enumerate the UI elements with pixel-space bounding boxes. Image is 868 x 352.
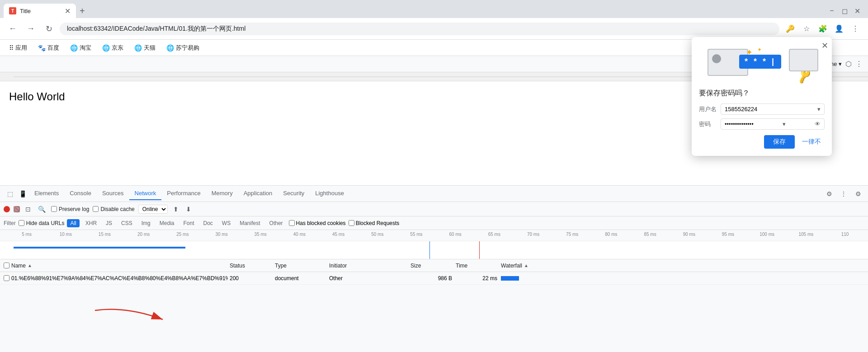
password-input[interactable]: •••••••••••••• ▾ 👁 [721,118,825,130]
tab-security[interactable]: Security [278,187,310,200]
minimize-button[interactable]: − [826,5,837,16]
filter-icon[interactable]: ⊡ [24,205,33,214]
td-name: 01.%E6%88%91%E7%9A%84%E7%AC%AC%E4%B8%80%… [2,275,228,282]
th-waterfall[interactable]: Waterfall ▲ [499,263,866,269]
tab-elements[interactable]: Elements [29,187,64,200]
filter-doc-button[interactable]: Doc [200,219,216,227]
tab-close-icon[interactable]: ✕ [65,7,71,15]
th-status[interactable]: Status [228,263,273,269]
never-save-button[interactable]: 一律不 [798,135,825,149]
bookmark-tmall[interactable]: 🌐 天猫 [131,43,159,53]
tmall-icon: 🌐 [134,44,142,52]
filter-xhr-button[interactable]: XHR [82,219,100,227]
bookmark-suning[interactable]: 🌐 苏宁易购 [163,43,203,53]
filter-bar: Filter Hide data URLs All XHR JS CSS Img… [0,216,868,230]
devtools-settings-icon[interactable]: ⚙ [823,188,835,200]
devtools-dock-icon[interactable]: ⚙ [852,188,864,200]
waterfall-sort-icon: ▲ [524,263,528,268]
bookmark-apps[interactable]: ⠿ 应用 [5,43,31,53]
device-toolbar-button[interactable]: 📱 [16,188,29,200]
tab-title: Title [20,8,61,14]
maximize-button[interactable]: ◻ [839,5,850,16]
popup-buttons: 保存 一律不 [699,135,825,149]
throttle-select[interactable]: Online [138,205,168,214]
save-password-button[interactable]: 保存 [764,135,795,149]
password-dropdown-icon: ▾ [783,121,786,127]
key-icon[interactable]: 🔑 [783,22,797,36]
filter-media-button[interactable]: Media [156,219,178,227]
tick-25ms: 25 ms [163,230,202,237]
username-dropdown-icon[interactable]: ▾ [817,106,821,113]
th-type[interactable]: Type [273,263,327,269]
table-header: Name ▲ Status Type Initiator Size Time W… [0,259,868,272]
download-icon[interactable]: ⬇ [184,205,193,214]
tick-40ms: 40 ms [280,230,319,237]
filter-font-button[interactable]: Font [180,219,197,227]
network-table: Name ▲ Status Type Initiator Size Time W… [0,259,868,352]
network-toolbar: 🚫 ⊡ 🔍 Preserve log Disable cache Online … [0,202,868,216]
tab-lighthouse[interactable]: Lighthouse [310,187,349,200]
inspect-element-button[interactable]: ⬚ [4,188,16,200]
upload-icon[interactable]: ⬆ [171,205,180,214]
devtools-more-icon[interactable]: ⋮ [837,188,850,200]
th-initiator[interactable]: Initiator [327,263,409,269]
tick-5ms: 5 ms [7,230,46,237]
filter-ws-button[interactable]: WS [219,219,234,227]
back-button[interactable]: ← [5,22,20,36]
tab-bar: T Title ✕ + − ◻ ✕ [0,0,868,18]
timeline-area: 5 ms 10 ms 15 ms 20 ms 25 ms 30 ms 35 ms… [0,230,868,259]
tab-sources[interactable]: Sources [97,187,129,200]
bookmark-star-icon[interactable]: ☆ [799,22,814,36]
menu-icon[interactable]: ⋮ [848,22,863,36]
th-time[interactable]: Time [454,263,499,269]
close-window-button[interactable]: ✕ [852,5,863,16]
tick-50ms: 50 ms [358,230,397,237]
username-input[interactable]: 1585526224 ▾ [721,103,825,115]
profile-icon[interactable]: 👤 [832,22,846,36]
filter-css-button[interactable]: CSS [118,219,136,227]
bookmark-taobao[interactable]: 🌐 淘宝 [66,43,95,53]
clear-button[interactable]: 🚫 [14,206,20,212]
tab-favicon: T [9,7,16,14]
td-status: 200 [228,275,273,282]
bookmark-jd[interactable]: 🌐 京东 [99,43,127,53]
disable-cache-checkbox[interactable]: Disable cache [93,206,134,212]
devtools-tabs: ⬚ 📱 Elements Console Sources Network Per… [0,186,868,202]
row-checkbox[interactable] [4,275,9,281]
record-button[interactable] [4,206,10,212]
tab-console[interactable]: Console [64,187,97,200]
browser-tab[interactable]: T Title ✕ [4,4,76,18]
filter-all-button[interactable]: All [67,219,79,227]
show-password-icon[interactable]: 👁 [815,121,821,127]
filter-img-button[interactable]: Img [138,219,154,227]
select-all-checkbox[interactable] [4,263,9,268]
tick-70ms: 70 ms [514,230,552,237]
table-row[interactable]: 01.%E6%88%91%E7%9A%84%E7%AC%AC%E4%B8%80%… [0,272,868,285]
timeline-bar-area[interactable] [0,241,868,259]
tab-application[interactable]: Application [238,187,278,200]
new-tab-button[interactable]: + [76,4,89,18]
bookmark-tmall-label: 天猫 [144,44,156,52]
tab-network[interactable]: Network [129,187,162,200]
blocked-requests-checkbox[interactable]: Blocked Requests [349,220,400,226]
search-icon[interactable]: 🔍 [36,205,47,214]
preserve-log-checkbox[interactable]: Preserve log [51,206,89,212]
th-name[interactable]: Name ▲ [2,263,228,269]
extension-icon[interactable]: 🧩 [816,22,830,36]
bookmark-baidu[interactable]: 🐾 百度 [34,43,63,53]
url-input[interactable] [60,23,779,35]
tab-memory[interactable]: Memory [206,187,238,200]
refresh-button[interactable]: ↻ [42,22,56,36]
devtools-settings-icon[interactable]: ⋮ [855,60,863,68]
has-blocked-cookies-checkbox[interactable]: Has blocked cookies [289,220,346,226]
tick-80ms: 80 ms [592,230,631,237]
th-size[interactable]: Size [409,263,454,269]
td-type: document [273,275,327,282]
forward-button[interactable]: → [24,22,38,36]
no-throttle-icon[interactable]: ⬡ [845,60,852,68]
tab-performance[interactable]: Performance [161,187,206,200]
hide-data-urls-checkbox[interactable]: Hide data URLs [19,220,65,226]
filter-js-button[interactable]: JS [103,219,115,227]
filter-manifest-button[interactable]: Manifest [236,219,263,227]
filter-other-button[interactable]: Other [266,219,286,227]
